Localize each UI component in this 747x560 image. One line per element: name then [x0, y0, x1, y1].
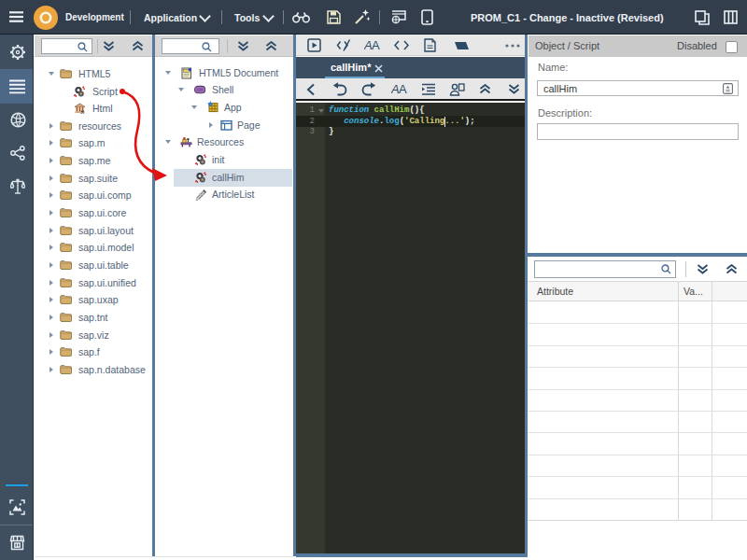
svg-text:A: A: [372, 39, 380, 51]
svg-text:A: A: [399, 83, 407, 95]
